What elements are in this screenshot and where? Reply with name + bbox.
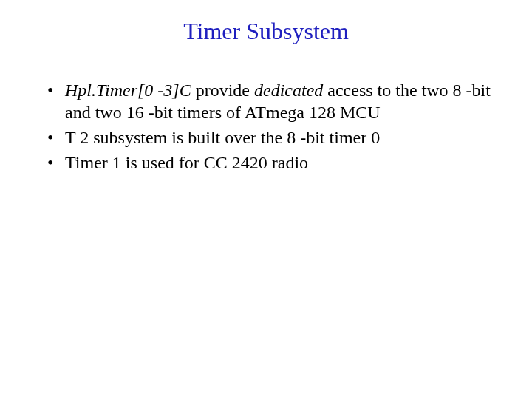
bullet-text: provide: [191, 81, 254, 100]
slide: Timer Subsystem Hpl.Timer[0 -3]C provide…: [0, 0, 532, 399]
bullet-text: T 2 subsystem is built over the 8 -bit t…: [65, 128, 380, 147]
bullet-list: Hpl.Timer[0 -3]C provide dedicated acces…: [0, 79, 532, 174]
bullet-item: Hpl.Timer[0 -3]C provide dedicated acces…: [47, 79, 502, 123]
bullet-item: T 2 subsystem is built over the 8 -bit t…: [47, 126, 502, 149]
slide-title: Timer Subsystem: [0, 18, 532, 45]
bullet-text: Timer 1 is used for CC 2420 radio: [65, 153, 308, 172]
bullet-item: Timer 1 is used for CC 2420 radio: [47, 151, 502, 174]
emphasis-text: dedicated: [254, 81, 323, 100]
code-identifier: Hpl.Timer[0 -3]C: [65, 81, 191, 100]
